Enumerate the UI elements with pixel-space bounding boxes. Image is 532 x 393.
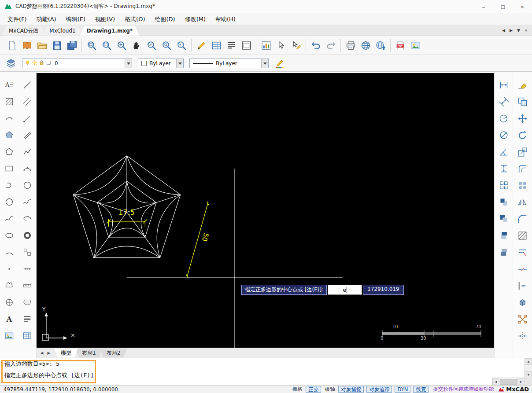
pan-button[interactable] [129,37,144,54]
tab-list-button[interactable]: ▼ [515,28,522,33]
minimize-button[interactable]: – [474,0,493,13]
linetype-select[interactable]: ByLayer [189,59,269,68]
scroll-left-button[interactable]: ◀ [492,378,499,385]
menu-item[interactable]: 格式(O) [120,13,150,25]
dynamic-input-field[interactable]: e [328,285,362,295]
save-all-button[interactable] [64,37,79,54]
table-button[interactable] [209,37,224,54]
maximize-button[interactable]: □ [493,0,513,13]
spline-fit-button[interactable] [20,195,35,209]
fillet-button[interactable] [515,211,530,226]
viewport-button[interactable] [239,37,254,54]
mline-button[interactable] [20,128,35,143]
new-file-button[interactable] [4,37,19,54]
sketch-button[interactable] [194,37,209,54]
dropdown-arrow-icon[interactable] [176,59,183,68]
next-tab-button[interactable]: ▶ [507,28,515,33]
text-button[interactable]: A [2,312,17,327]
quick-select-button[interactable] [288,37,303,54]
copy-button[interactable] [515,94,530,109]
status-toggle[interactable]: 对象捕捉 [338,386,364,393]
erase-button[interactable] [515,77,530,92]
arc-button[interactable] [2,245,17,260]
undo-button[interactable] [308,37,323,54]
layout-tab[interactable]: 布局2 [100,349,127,358]
close-button[interactable]: × [513,0,532,13]
mtext-button[interactable] [224,37,239,54]
pline-button[interactable] [20,144,35,159]
zoom-window-button[interactable] [99,37,114,54]
move-button[interactable] [515,111,530,126]
drawing-canvas[interactable]: 17.5 50 10 70 0 30 Y × 指定正多边形的中心点或 [边(E)… [37,73,494,348]
align-button[interactable] [515,328,530,343]
polygon-button[interactable] [2,144,17,159]
status-toggle[interactable]: 对象追踪 [366,386,392,393]
color-select[interactable]: ByLayer [138,59,184,68]
menu-item[interactable]: 帮助(H) [211,13,240,25]
document-tab[interactable]: MxCloud1 [43,26,82,36]
scroll-right-button[interactable]: ▶ [517,378,525,385]
donut-button[interactable] [20,228,35,243]
zoom-object-button[interactable] [159,37,174,54]
draw-order-above-button[interactable] [496,228,511,243]
rotate-button[interactable] [515,128,530,143]
menu-item[interactable]: 功能(A) [32,13,61,25]
dim-rotated-button[interactable] [496,161,511,176]
scroll-down-button[interactable]: ▼ [525,371,532,378]
status-toggle[interactable]: 极轴 [324,386,336,393]
menu-item[interactable]: 视图(V) [90,13,120,25]
menu-item[interactable]: 修改(M) [180,13,211,25]
command-line-panel[interactable]: 输入边的数目<5>: 5 指定正多边形的中心点或 [边(E)]: ▲ ▼ ◀ ▶ [0,358,532,385]
mirror-button[interactable] [515,195,530,209]
zoom-previous-button[interactable] [174,37,189,54]
hatch-edit-button[interactable] [515,228,530,243]
document-tab[interactable]: MxCAD云图 [2,26,45,36]
web-upload-button[interactable] [373,37,388,54]
box-3d-button[interactable] [515,295,530,310]
draw-order-front-button[interactable] [496,195,511,209]
dim-radius-button[interactable] [496,111,511,126]
line-button[interactable] [20,77,35,92]
dim-aligned-button[interactable] [496,94,511,109]
insert-image-button[interactable] [408,37,423,54]
arc-3pt-button[interactable] [20,161,35,176]
explode-button[interactable] [515,312,530,327]
image-insert-button[interactable] [2,328,17,343]
circle-2pt-button[interactable] [20,178,35,193]
next-layout-button[interactable]: ▶ [45,351,52,355]
ellipse-button[interactable] [2,228,17,243]
break-button[interactable] [515,261,530,276]
status-toggle[interactable]: 线宽 [413,386,429,393]
arc-tool-button[interactable] [2,111,17,126]
trim-button[interactable] [515,245,530,260]
measure-button[interactable] [20,278,35,293]
rectangle-button[interactable] [2,161,17,176]
chart-button[interactable] [259,37,273,54]
ellipse-arc-button[interactable] [20,211,35,226]
zoom-extents-button[interactable] [84,37,99,54]
ray-button[interactable] [20,111,35,126]
print-button[interactable] [343,37,358,54]
select-button[interactable] [273,37,288,54]
dim-diameter-button[interactable] [496,128,511,143]
draw-color-icon[interactable] [274,58,285,69]
status-toggle[interactable]: DYN [395,386,410,393]
menu-item[interactable]: 编辑(E) [61,13,90,25]
status-toggle[interactable]: 正交 [306,386,321,393]
divide-button[interactable] [20,261,35,276]
layer-select[interactable]: 0 [22,59,132,68]
table-tool-button[interactable] [20,328,35,343]
region-button[interactable] [2,295,17,310]
dropdown-arrow-icon[interactable] [261,59,268,68]
menu-item[interactable]: 文件(F) [3,13,32,25]
dropdown-arrow-icon[interactable] [125,59,132,68]
scroll-up-button[interactable]: ▲ [525,358,532,365]
prev-tab-button[interactable]: ◀ [500,28,507,33]
array-button[interactable] [515,178,530,193]
close-tab-button[interactable]: × [522,28,530,33]
dim-angular-button[interactable] [496,144,511,159]
save-button[interactable] [49,37,64,54]
mtext-tool-button[interactable] [20,312,35,327]
menu-item[interactable]: 绘图(D) [150,13,180,25]
wipeout-button[interactable] [20,295,35,310]
